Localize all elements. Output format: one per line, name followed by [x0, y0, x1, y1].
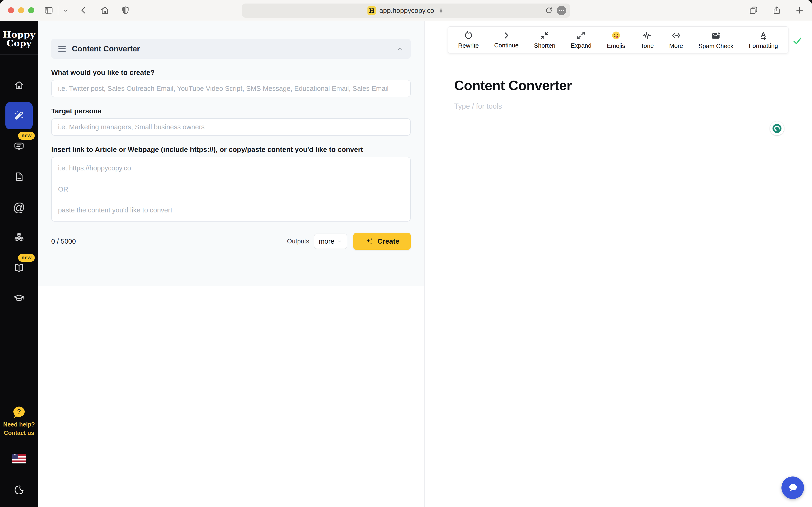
home-icon [13, 79, 25, 91]
persona-field-label: Target persona [51, 107, 411, 115]
chevron-down-icon[interactable] [62, 7, 68, 13]
editor-panel: Rewrite Continue Shorten Expand [424, 21, 812, 507]
spam-check-icon [711, 30, 721, 41]
sidebar-item-chat[interactable]: new [0, 131, 38, 162]
expand-button[interactable]: Expand [571, 31, 591, 49]
reload-icon[interactable] [545, 6, 553, 15]
back-icon[interactable] [79, 6, 88, 15]
content-placeholder-line1: i.e. https://hoppycopy.co [58, 164, 404, 172]
editor-document-title[interactable]: Content Converter [454, 77, 812, 93]
form-header[interactable]: Content Converter [51, 39, 411, 59]
sidebar-item-documents[interactable] [0, 162, 38, 192]
new-badge: new [18, 254, 35, 262]
outputs-selected-value: more [319, 237, 334, 245]
app-sidebar: Hoppy Copy new [0, 21, 38, 507]
close-window-button[interactable] [8, 7, 14, 13]
page-settings-icon[interactable] [557, 6, 566, 15]
browser-window: H app.hoppycopy.co [0, 0, 812, 507]
create-field-input[interactable] [51, 80, 411, 97]
graduation-cap-icon [13, 293, 25, 305]
form-title: Content Converter [72, 44, 140, 53]
content-field-label: Insert link to Article or Webpage (inclu… [51, 146, 411, 154]
character-counter: 0 / 5000 [51, 237, 76, 245]
sidebar-item-library[interactable]: new [0, 253, 38, 284]
emoji-face-icon [611, 31, 621, 40]
chat-bubble-icon [786, 482, 799, 494]
grammar-checker-badge[interactable] [770, 121, 784, 135]
document-icon [13, 171, 25, 182]
at-sign-icon: @ [13, 201, 26, 213]
help-question-icon[interactable]: ? [13, 406, 25, 417]
sidebar-item-academy[interactable] [0, 284, 38, 314]
sidebar-toggle-icon[interactable] [44, 5, 54, 15]
outputs-select[interactable]: more [314, 233, 347, 249]
tone-waveform-icon [642, 31, 652, 40]
more-code-icon [671, 31, 681, 40]
zoom-window-button[interactable] [28, 7, 34, 13]
site-favicon: H [367, 6, 376, 15]
tab-overview-icon[interactable] [749, 5, 758, 15]
shorten-icon [540, 31, 549, 40]
outputs-label: Outputs [287, 238, 309, 245]
content-placeholder-line2: paste the content you'd like to convert [58, 206, 404, 214]
window-controls [8, 7, 34, 13]
sidebar-item-email[interactable]: @ [0, 192, 38, 223]
saved-check-icon [792, 36, 803, 46]
share-icon[interactable] [772, 6, 781, 15]
collapse-chevron-up-icon[interactable] [397, 45, 404, 52]
chevron-down-icon [337, 238, 342, 244]
minimize-window-button[interactable] [18, 7, 24, 13]
divider [58, 6, 58, 15]
tone-button[interactable]: Tone [641, 31, 654, 50]
content-placeholder-or: OR [58, 185, 404, 193]
privacy-shield-icon[interactable] [121, 6, 130, 15]
spam-check-button[interactable]: Spam Check [699, 30, 733, 50]
formatting-button[interactable]: Formatting [749, 31, 778, 50]
rewrite-icon [464, 31, 473, 40]
create-field-label: What would you like to create? [51, 68, 411, 76]
url-text: app.hoppycopy.co [379, 7, 434, 14]
shorten-button[interactable]: Shorten [534, 31, 555, 49]
content-textarea[interactable]: i.e. https://hoppycopy.co OR paste the c… [51, 157, 411, 222]
sidebar-item-templates[interactable] [0, 223, 38, 253]
dark-mode-moon-icon[interactable] [14, 485, 24, 495]
editor-body-placeholder[interactable]: Type / for tools [454, 102, 812, 111]
create-button[interactable]: Create [353, 233, 411, 250]
persona-field-input[interactable] [51, 118, 411, 136]
new-tab-icon[interactable] [795, 6, 804, 15]
chat-launcher-button[interactable] [781, 476, 804, 499]
rewrite-button[interactable]: Rewrite [458, 31, 479, 49]
active-item-highlight [5, 102, 33, 129]
home-icon[interactable] [100, 5, 110, 15]
language-us-flag-icon[interactable] [12, 454, 26, 463]
hoppycopy-logo[interactable]: Hoppy Copy [0, 21, 38, 55]
sidebar-item-home[interactable] [0, 70, 38, 101]
browser-chrome: H app.hoppycopy.co [0, 0, 812, 21]
drag-handle-icon[interactable] [58, 46, 66, 52]
tool-form-panel: Content Converter What would you like to… [38, 21, 424, 507]
editor-toolbar: Rewrite Continue Shorten Expand [448, 26, 789, 54]
help-link[interactable]: Need help? Contact us [3, 420, 35, 437]
chevron-right-icon [502, 31, 511, 40]
emojis-button[interactable]: Emojis [607, 31, 625, 50]
book-icon [13, 263, 25, 274]
chat-icon [13, 140, 25, 152]
lock-icon [438, 7, 445, 14]
expand-icon [576, 31, 586, 40]
formatting-icon [758, 31, 768, 40]
cubes-icon [13, 232, 25, 244]
address-bar[interactable]: H app.hoppycopy.co [242, 3, 570, 17]
new-badge: new [18, 132, 35, 139]
magic-wand-icon [12, 108, 26, 123]
sidebar-item-tools[interactable] [0, 101, 38, 131]
continue-button[interactable]: Continue [494, 31, 518, 49]
more-button[interactable]: More [669, 31, 683, 50]
sparkles-icon [365, 237, 374, 246]
